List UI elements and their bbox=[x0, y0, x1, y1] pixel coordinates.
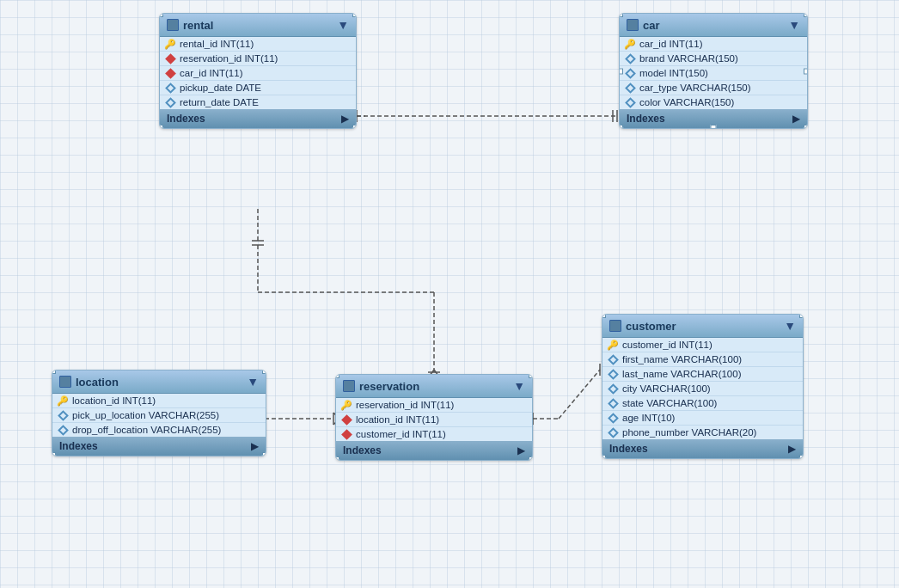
field-text: color VARCHAR(150) bbox=[639, 97, 734, 107]
resize-bl-rental[interactable] bbox=[159, 125, 163, 129]
resize-bl-location[interactable] bbox=[52, 452, 56, 456]
rental-indexes-label: Indexes bbox=[167, 113, 205, 125]
resize-tl-car[interactable] bbox=[619, 13, 623, 17]
resize-tr-location[interactable] bbox=[262, 370, 266, 374]
resize-tl-rental[interactable] bbox=[159, 13, 163, 17]
indexes-arrow-icon: ▶ bbox=[517, 444, 525, 456]
field-return-date: return_date DATE bbox=[160, 95, 356, 109]
reservation-title: reservation bbox=[359, 380, 419, 393]
resize-tr-rental[interactable] bbox=[352, 13, 357, 17]
rental-header[interactable]: rental ▼ bbox=[160, 14, 356, 37]
diamond-red-icon bbox=[165, 68, 175, 78]
diamond-blue-icon bbox=[608, 383, 618, 394]
car-indexes-label: Indexes bbox=[627, 113, 665, 125]
diamond-blue-icon bbox=[625, 97, 635, 107]
key-icon: 🔑 bbox=[58, 395, 68, 406]
customer-body: 🔑 customer_id INT(11) first_name VARCHAR… bbox=[602, 338, 803, 439]
reservation-dropdown-arrow[interactable]: ▼ bbox=[513, 379, 525, 393]
location-dropdown-arrow[interactable]: ▼ bbox=[247, 375, 259, 389]
indexes-arrow-icon: ▶ bbox=[251, 440, 259, 452]
resize-bl-customer[interactable] bbox=[602, 455, 606, 459]
resize-br-location[interactable] bbox=[262, 452, 266, 456]
resize-tl-reservation[interactable] bbox=[335, 374, 339, 378]
field-text: location_id INT(11) bbox=[72, 395, 156, 406]
field-text: age INT(10) bbox=[622, 413, 675, 423]
table-rental: rental ▼ 🔑 rental_id INT(11) reservation… bbox=[159, 13, 357, 129]
location-body: 🔑 location_id INT(11) pick_up_location V… bbox=[52, 394, 266, 437]
field-age: age INT(10) bbox=[602, 411, 803, 426]
resize-br-customer[interactable] bbox=[799, 455, 804, 459]
diamond-blue-icon bbox=[608, 413, 618, 423]
resize-bc-car[interactable] bbox=[711, 125, 717, 129]
field-text: drop_off_location VARCHAR(255) bbox=[72, 425, 221, 435]
field-text: reservation_id INT(11) bbox=[180, 53, 278, 64]
field-pickup-date: pickup_date DATE bbox=[160, 81, 356, 95]
field-text: return_date DATE bbox=[180, 97, 259, 107]
diamond-blue-icon bbox=[165, 83, 175, 93]
resize-tl-location[interactable] bbox=[52, 370, 56, 374]
field-customer-id: 🔑 customer_id INT(11) bbox=[602, 338, 803, 352]
car-body: 🔑 car_id INT(11) brand VARCHAR(150) mode… bbox=[620, 37, 807, 109]
table-icon-rental bbox=[167, 19, 179, 31]
customer-indexes[interactable]: Indexes ▶ bbox=[602, 439, 803, 458]
resize-br-car[interactable] bbox=[804, 125, 808, 129]
field-customer-id: customer_id INT(11) bbox=[336, 427, 532, 441]
rental-indexes[interactable]: Indexes ▶ bbox=[160, 109, 356, 128]
diamond-blue-icon bbox=[625, 83, 635, 93]
field-dropoff-loc: drop_off_location VARCHAR(255) bbox=[52, 423, 266, 437]
field-rental-id: 🔑 rental_id INT(11) bbox=[160, 37, 356, 52]
field-text: state VARCHAR(100) bbox=[622, 398, 717, 408]
field-reservation-id: 🔑 reservation_id INT(11) bbox=[336, 398, 532, 413]
field-text: pickup_date DATE bbox=[180, 83, 261, 93]
resize-bl-car[interactable] bbox=[619, 125, 623, 129]
field-text: pick_up_location VARCHAR(255) bbox=[72, 410, 219, 420]
diamond-blue-icon bbox=[58, 410, 68, 420]
reservation-body: 🔑 reservation_id INT(11) location_id INT… bbox=[336, 398, 532, 441]
customer-indexes-label: Indexes bbox=[609, 443, 648, 455]
field-text: brand VARCHAR(150) bbox=[639, 53, 738, 64]
field-phone: phone_number VARCHAR(20) bbox=[602, 426, 803, 439]
resize-br-rental[interactable] bbox=[352, 125, 357, 129]
table-icon-location bbox=[59, 376, 71, 388]
field-car-type: car_type VARCHAR(150) bbox=[620, 81, 807, 95]
field-city: city VARCHAR(100) bbox=[602, 382, 803, 396]
key-icon: 🔑 bbox=[625, 39, 635, 49]
resize-tr-car[interactable] bbox=[804, 13, 808, 17]
resize-bl-reservation[interactable] bbox=[335, 456, 339, 461]
field-state: state VARCHAR(100) bbox=[602, 396, 803, 411]
car-header[interactable]: car ▼ bbox=[620, 14, 807, 37]
reservation-indexes-label: Indexes bbox=[343, 444, 382, 456]
customer-dropdown-arrow[interactable]: ▼ bbox=[784, 319, 796, 333]
resize-br-reservation[interactable] bbox=[529, 456, 533, 461]
field-location-id: 🔑 location_id INT(11) bbox=[52, 394, 266, 408]
resize-tl-customer[interactable] bbox=[602, 314, 606, 318]
field-text: phone_number VARCHAR(20) bbox=[622, 427, 756, 438]
diamond-blue-icon bbox=[608, 427, 618, 438]
key-icon: 🔑 bbox=[165, 39, 175, 49]
field-text: customer_id INT(11) bbox=[622, 340, 712, 350]
field-text: car_id INT(11) bbox=[639, 39, 703, 49]
resize-ml-car[interactable] bbox=[619, 68, 623, 74]
field-pickup-loc: pick_up_location VARCHAR(255) bbox=[52, 408, 266, 423]
resize-mr-car[interactable] bbox=[804, 68, 808, 74]
resize-tr-customer[interactable] bbox=[799, 314, 804, 318]
location-indexes[interactable]: Indexes ▶ bbox=[52, 437, 266, 456]
indexes-arrow-icon: ▶ bbox=[788, 443, 796, 455]
location-header[interactable]: location ▼ bbox=[52, 371, 266, 394]
reservation-indexes[interactable]: Indexes ▶ bbox=[336, 441, 532, 460]
connector-rental-car bbox=[351, 110, 617, 122]
diamond-blue-icon bbox=[608, 369, 618, 379]
resize-tr-reservation[interactable] bbox=[529, 374, 533, 378]
diamond-blue-icon bbox=[608, 354, 618, 364]
car-dropdown-arrow[interactable]: ▼ bbox=[788, 18, 800, 32]
car-title: car bbox=[643, 19, 660, 32]
reservation-header[interactable]: reservation ▼ bbox=[336, 375, 532, 398]
customer-header[interactable]: customer ▼ bbox=[602, 315, 803, 338]
field-reservation-id: reservation_id INT(11) bbox=[160, 52, 356, 66]
field-car-id: 🔑 car_id INT(11) bbox=[620, 37, 807, 52]
field-text: city VARCHAR(100) bbox=[622, 383, 711, 394]
table-reservation: reservation ▼ 🔑 reservation_id INT(11) l… bbox=[335, 374, 533, 461]
field-model: model INT(150) bbox=[620, 66, 807, 81]
location-indexes-label: Indexes bbox=[59, 440, 98, 452]
rental-dropdown-arrow[interactable]: ▼ bbox=[337, 18, 349, 32]
